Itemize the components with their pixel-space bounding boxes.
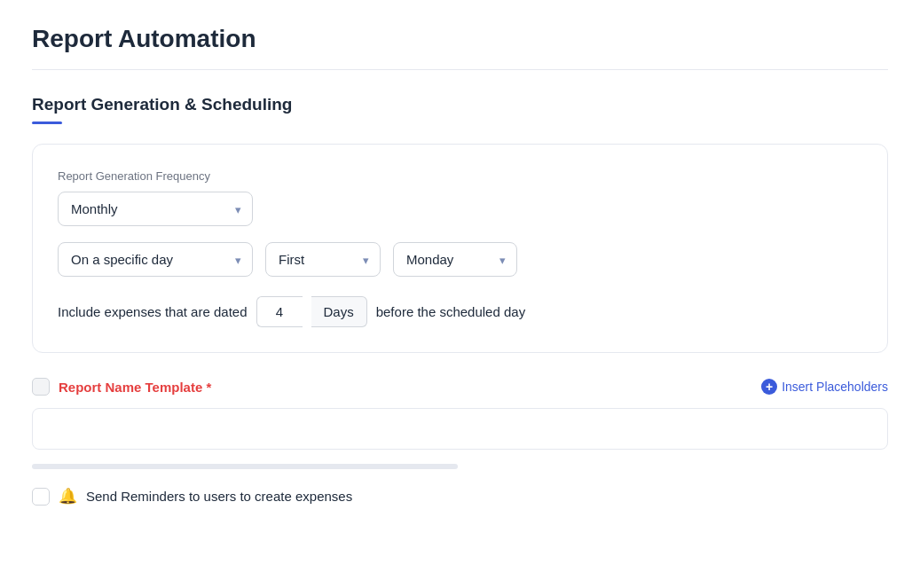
row-selects: On a specific day On the last day On the… xyxy=(58,242,862,277)
send-reminders-checkbox[interactable] xyxy=(32,488,50,506)
scheduling-card: Report Generation Frequency Monthly Week… xyxy=(32,144,888,353)
first-select-wrapper[interactable]: First Second Third Fourth Last ▾ xyxy=(265,242,381,277)
send-reminders-label: Send Reminders to users to create expens… xyxy=(86,489,352,504)
section-title: Report Generation & Scheduling xyxy=(32,95,888,114)
report-name-input[interactable] xyxy=(32,408,888,450)
first-select[interactable]: First Second Third Fourth Last xyxy=(265,242,381,277)
expenses-unit: Days xyxy=(311,296,367,327)
plus-icon: + xyxy=(761,379,777,395)
expenses-row: Include expenses that are dated Days bef… xyxy=(58,296,862,327)
frequency-label: Report Generation Frequency xyxy=(58,169,862,183)
day-select[interactable]: Monday Tuesday Wednesday Thursday Friday… xyxy=(393,242,517,277)
section-underline xyxy=(32,122,62,124)
insert-placeholders-label: Insert Placeholders xyxy=(782,380,888,394)
report-name-checkbox[interactable] xyxy=(32,378,50,396)
expenses-label-before: Include expenses that are dated xyxy=(58,304,248,319)
frequency-select[interactable]: Monthly Weekly Daily xyxy=(58,192,253,226)
send-reminders-row: 🔔 Send Reminders to users to create expe… xyxy=(32,487,888,506)
expenses-label-after: before the scheduled day xyxy=(376,304,525,319)
top-divider xyxy=(32,69,888,70)
page-title: Report Automation xyxy=(32,25,888,53)
bottom-divider xyxy=(32,464,458,469)
report-name-label: Report Name Template * xyxy=(59,380,211,395)
frequency-select-wrapper[interactable]: Monthly Weekly Daily ▾ xyxy=(58,192,253,226)
bell-icon: 🔔 xyxy=(59,487,77,506)
report-name-section: Report Name Template * + Insert Placehol… xyxy=(32,378,888,450)
report-name-left: Report Name Template * xyxy=(32,378,211,396)
day-select-wrapper[interactable]: Monday Tuesday Wednesday Thursday Friday… xyxy=(393,242,517,277)
insert-placeholders-button[interactable]: + Insert Placeholders xyxy=(761,379,888,395)
specific-day-select-wrapper[interactable]: On a specific day On the last day On the… xyxy=(58,242,253,277)
report-name-header: Report Name Template * + Insert Placehol… xyxy=(32,378,888,396)
expenses-number-input[interactable] xyxy=(256,296,303,327)
specific-day-select[interactable]: On a specific day On the last day On the… xyxy=(58,242,253,277)
